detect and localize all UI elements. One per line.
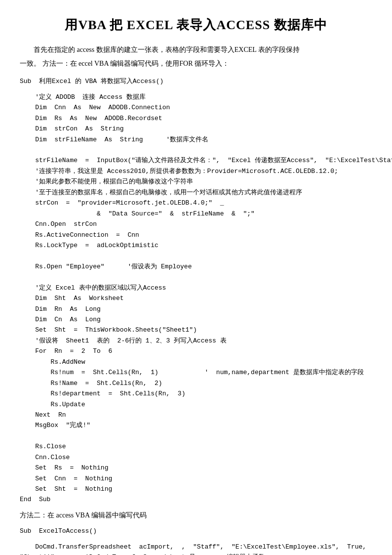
method1-sub: Sub 利用Excel 的 VBA 将数据写入Access() bbox=[20, 76, 372, 86]
code-block-1: '定义 ADODB 连接 Access 数据库 Dim Cnn As New A… bbox=[20, 92, 372, 505]
method2-sub: Sub ExcelToAccess() bbox=[20, 526, 372, 536]
page-title: 用VBA 把 EXCEL 表导入ACCESS 数据库中 bbox=[20, 15, 372, 36]
intro-line1: 首先在指定的 access 数据库的建立一张表，表格的字段和需要导入EXCEL … bbox=[20, 44, 372, 55]
code-block-2: DoCmd.TransferSpreadsheet acImport, , "S… bbox=[20, 542, 372, 555]
intro-line2: 一致。 方法一：在 eccel VBA 编辑器编写代码，使用FOR 循环导入： bbox=[20, 58, 372, 69]
method2-label: 方法二：在 access VBA 编辑器中编写代码 bbox=[20, 510, 372, 521]
